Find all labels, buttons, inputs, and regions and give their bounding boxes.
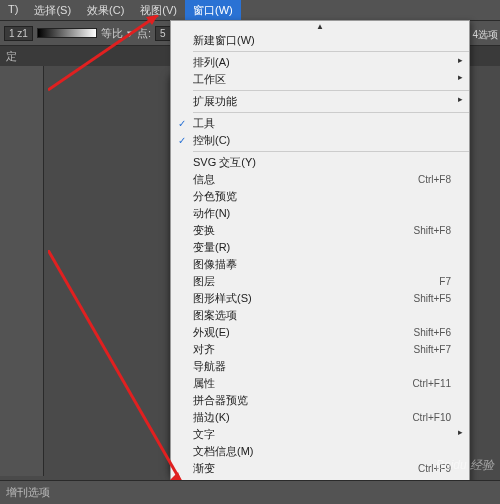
menu-item-label: 拼合器预览 [193, 393, 451, 408]
menu-item[interactable]: 动作(N) [171, 205, 469, 222]
menu-item-label: 导航器 [193, 359, 451, 374]
menu-item[interactable]: 排列(A) [171, 54, 469, 71]
menu-item-label: 图案选项 [193, 308, 451, 323]
menu-item-label: 图层 [193, 274, 439, 289]
menu-item[interactable]: 工作区 [171, 71, 469, 88]
menu-item-label: 控制(C) [193, 133, 451, 148]
menu-item-label: 新建窗口(W) [193, 33, 451, 48]
menu-item-label: 扩展功能 [193, 94, 451, 109]
menu-separator [193, 151, 469, 152]
tools-panel[interactable] [0, 66, 44, 476]
menu-item-label: 文档信息(M) [193, 444, 451, 459]
menu-shortcut: Shift+F5 [413, 293, 451, 304]
menu-item[interactable]: 新建窗口(W) [171, 32, 469, 49]
menu-shortcut: Ctrl+F10 [412, 412, 451, 423]
menu-item[interactable]: 图案选项 [171, 307, 469, 324]
menu-shortcut: Ctrl+F8 [418, 174, 451, 185]
menu-item[interactable]: 图形样式(S)Shift+F5 [171, 290, 469, 307]
menu-item-label: 信息 [193, 172, 418, 187]
menu-item-label: 渐变 [193, 461, 418, 476]
menu-item-label: 图形样式(S) [193, 291, 413, 306]
menu-shortcut: Shift+F6 [413, 327, 451, 338]
scroll-up-icon[interactable]: ▲ [171, 21, 469, 32]
menu-item[interactable]: ✓工具 [171, 115, 469, 132]
menu-item[interactable]: 导航器 [171, 358, 469, 375]
menu-item[interactable]: 分色预览 [171, 188, 469, 205]
menu-item-label: 属性 [193, 376, 412, 391]
menu-item[interactable]: 文字 [171, 426, 469, 443]
menu-separator [193, 51, 469, 52]
menu-shortcut: F7 [439, 276, 451, 287]
menu-item-label: 对齐 [193, 342, 413, 357]
points-label: 点: [137, 26, 151, 41]
menu-item[interactable]: 属性Ctrl+F11 [171, 375, 469, 392]
menu-t[interactable]: T) [0, 0, 26, 20]
style-label: 等比 [101, 26, 123, 41]
watermark: Baidu 经验 [436, 457, 494, 474]
menu-item-label: 动作(N) [193, 206, 451, 221]
menu-item-label: 描边(K) [193, 410, 412, 425]
menu-item-label: 图像描摹 [193, 257, 451, 272]
menu-shortcut: Ctrl+F11 [412, 378, 451, 389]
menu-item-label: 变换 [193, 223, 413, 238]
menu-item-label: 工作区 [193, 72, 451, 87]
check-icon: ✓ [171, 118, 193, 129]
right-panel-hint: 4选项 [472, 28, 498, 42]
menu-item[interactable]: 图像描摹 [171, 256, 469, 273]
menu-item[interactable]: 外观(E)Shift+F6 [171, 324, 469, 341]
menu-item[interactable]: 信息Ctrl+F8 [171, 171, 469, 188]
menu-item-label: 排列(A) [193, 55, 451, 70]
menu-shortcut: Shift+F8 [413, 225, 451, 236]
menu-item[interactable]: 文档信息(M) [171, 443, 469, 460]
status-label: 增刊选项 [6, 485, 50, 500]
menu-item[interactable]: 变量(R) [171, 239, 469, 256]
menu-item[interactable]: 对齐Shift+F7 [171, 341, 469, 358]
menu-item[interactable]: 变换Shift+F8 [171, 222, 469, 239]
menu-item[interactable]: 扩展功能 [171, 93, 469, 110]
menu-item[interactable]: 描边(K)Ctrl+F10 [171, 409, 469, 426]
menu-item-label: SVG 交互(Y) [193, 155, 451, 170]
menu-item-label: 变量(R) [193, 240, 451, 255]
menu-item[interactable]: 图层F7 [171, 273, 469, 290]
menu-item[interactable]: ✓控制(C) [171, 132, 469, 149]
stroke-preview[interactable] [37, 28, 97, 38]
points-field[interactable]: 5 [155, 26, 171, 41]
tab-label[interactable]: 定 [6, 49, 17, 64]
menu-view[interactable]: 视图(V) [132, 0, 185, 20]
check-icon: ✓ [171, 135, 193, 146]
window-menu-dropdown: ▲ 新建窗口(W)排列(A)工作区扩展功能✓工具✓控制(C)SVG 交互(Y)信… [170, 20, 470, 498]
menu-select[interactable]: 选择(S) [26, 0, 79, 20]
menu-item[interactable]: 拼合器预览 [171, 392, 469, 409]
menu-window[interactable]: 窗口(W) [185, 0, 241, 20]
chevron-down-icon[interactable]: ▾ [127, 27, 133, 40]
menu-effect[interactable]: 效果(C) [79, 0, 132, 20]
menu-separator [193, 112, 469, 113]
menu-item[interactable]: 渐变Ctrl+F9 [171, 460, 469, 477]
zoom-field[interactable]: 1 z1 [4, 26, 33, 41]
menu-shortcut: Shift+F7 [413, 344, 451, 355]
menu-item-label: 工具 [193, 116, 451, 131]
menu-item-label: 分色预览 [193, 189, 451, 204]
menu-item-label: 外观(E) [193, 325, 413, 340]
menu-separator [193, 90, 469, 91]
menu-item[interactable]: SVG 交互(Y) [171, 154, 469, 171]
status-bar: 增刊选项 [0, 480, 500, 504]
menu-item-label: 文字 [193, 427, 451, 442]
menubar: T) 选择(S) 效果(C) 视图(V) 窗口(W) [0, 0, 500, 20]
